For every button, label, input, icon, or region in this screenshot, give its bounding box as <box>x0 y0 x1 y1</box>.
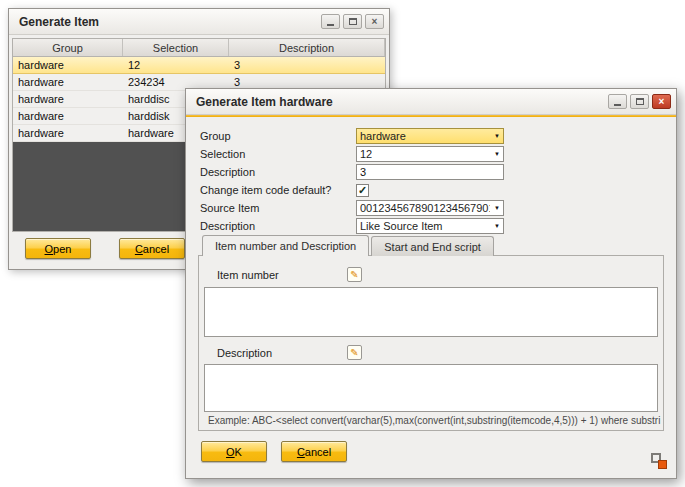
tab-panel: Item number ✎ Description ✎ Example: ABC… <box>198 255 664 431</box>
source-item-label: Source Item <box>200 202 356 214</box>
column-header-description[interactable]: Description <box>229 39 385 56</box>
item-number-row: Item number ✎ <box>217 269 653 281</box>
edit-description-icon[interactable]: ✎ <box>347 345 362 360</box>
table-cell: hardware <box>13 91 123 107</box>
group-label: Group <box>200 130 356 142</box>
open-button[interactable]: Open <box>25 238 91 259</box>
selection-label: Selection <box>200 148 356 160</box>
generate-item-titlebar[interactable]: Generate Item × <box>9 9 389 35</box>
window-controls: × <box>608 94 671 109</box>
minimize-button[interactable] <box>321 14 340 29</box>
table-cell: 3 <box>229 57 385 73</box>
description-mode-dropdown[interactable]: Like Source Item ▼ <box>356 218 504 234</box>
minimize-icon <box>614 104 621 106</box>
table-cell: hardware <box>13 108 123 124</box>
field-row-description-mode: Description Like Source Item ▼ <box>186 217 676 235</box>
field-row-change-item-code: Change item code default? ✓ <box>186 181 676 199</box>
close-icon: × <box>659 97 665 107</box>
description-textarea[interactable] <box>204 364 658 412</box>
column-header-selection[interactable]: Selection <box>123 39 229 56</box>
window-controls: × <box>321 14 384 29</box>
chevron-down-icon[interactable]: ▼ <box>491 129 503 143</box>
cancel-button[interactable]: Cancel <box>281 441 347 462</box>
change-item-code-label: Change item code default? <box>200 184 356 196</box>
description-mode-label: Description <box>200 220 356 232</box>
tab-item-number-and-description[interactable]: Item number and Description <box>202 235 369 256</box>
generate-item-hardware-titlebar[interactable]: Generate Item hardware × <box>186 89 676 115</box>
tab-start-and-end-script[interactable]: Start and End script <box>371 236 494 256</box>
column-header-group[interactable]: Group <box>13 39 123 56</box>
front-window-buttons: OK Cancel <box>201 441 347 462</box>
close-button[interactable]: × <box>365 14 384 29</box>
ok-button[interactable]: OK <box>201 441 267 462</box>
description-mode-value: Like Source Item <box>360 220 443 232</box>
item-number-label: Item number <box>217 269 279 281</box>
field-row-source-item: Source Item 00123456789012345679012345 ▼ <box>186 199 676 217</box>
item-number-textarea[interactable] <box>204 287 658 337</box>
source-item-value: 00123456789012345679012345 <box>360 202 490 214</box>
generate-item-hardware-window: Generate Item hardware × Group hardware … <box>185 88 677 479</box>
resize-grip-icon[interactable] <box>651 453 667 469</box>
maximize-button[interactable] <box>630 94 649 109</box>
selection-dropdown[interactable]: 12 ▼ <box>356 146 504 162</box>
maximize-icon <box>349 18 357 25</box>
example-text: Example: ABC-<select convert(varchar(5),… <box>208 415 661 426</box>
accent-gold-line <box>186 115 676 117</box>
tab-strip: Item number and Description Start and En… <box>202 235 496 256</box>
group-dropdown[interactable]: hardware ▼ <box>356 128 504 144</box>
chevron-down-icon[interactable]: ▼ <box>491 147 503 161</box>
chevron-down-icon[interactable]: ▼ <box>491 219 503 233</box>
change-item-code-checkbox[interactable]: ✓ <box>356 184 369 197</box>
description-input[interactable] <box>356 164 504 180</box>
table-cell: 12 <box>123 57 229 73</box>
check-icon: ✓ <box>358 185 367 196</box>
field-row-description: Description <box>186 163 676 181</box>
window-title: Generate Item <box>19 15 321 29</box>
close-icon: × <box>372 17 378 27</box>
table-cell: hardware <box>13 125 123 141</box>
minimize-button[interactable] <box>608 94 627 109</box>
table-header: Group Selection Description <box>13 39 385 57</box>
table-cell: hardware <box>13 74 123 90</box>
description-row: Description ✎ <box>217 347 653 359</box>
table-cell: hardware <box>13 57 123 73</box>
edit-item-number-icon[interactable]: ✎ <box>347 267 362 282</box>
field-row-group: Group hardware ▼ <box>186 127 676 145</box>
close-button[interactable]: × <box>652 94 671 109</box>
maximize-icon <box>636 98 644 105</box>
source-item-dropdown[interactable]: 00123456789012345679012345 ▼ <box>356 200 504 216</box>
chevron-down-icon[interactable]: ▼ <box>491 201 503 215</box>
group-value: hardware <box>360 130 406 142</box>
description-label: Description <box>200 166 356 178</box>
window-title: Generate Item hardware <box>196 95 608 109</box>
field-row-selection: Selection 12 ▼ <box>186 145 676 163</box>
table-row[interactable]: hardware123 <box>13 57 385 74</box>
maximize-button[interactable] <box>343 14 362 29</box>
minimize-icon <box>327 24 334 26</box>
cancel-button[interactable]: Cancel <box>119 238 185 259</box>
grip-front-square <box>658 460 667 469</box>
selection-value: 12 <box>360 148 372 160</box>
description-script-label: Description <box>217 347 272 359</box>
form-fields: Group hardware ▼ Selection 12 ▼ Descript… <box>186 127 676 235</box>
